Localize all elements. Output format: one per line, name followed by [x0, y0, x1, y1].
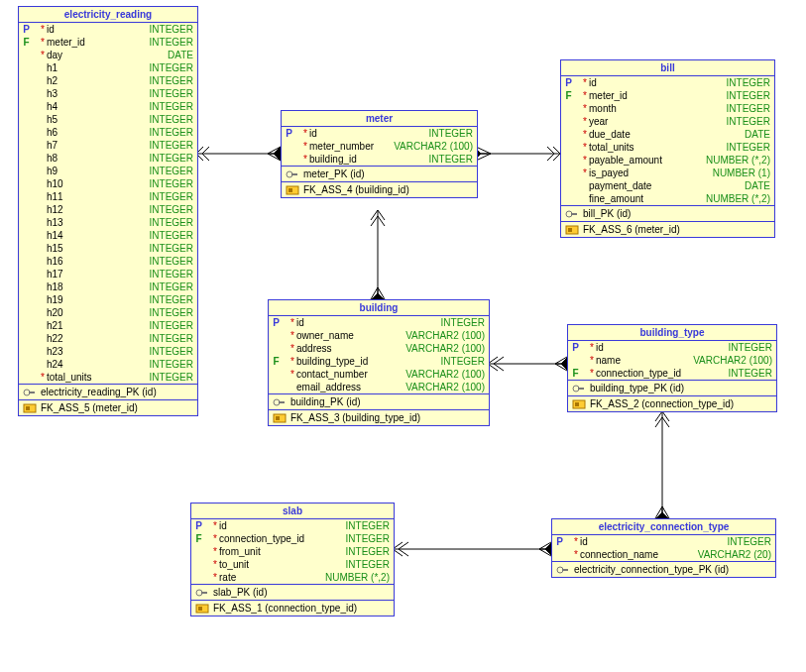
column-name: id	[219, 520, 346, 531]
column-type: INTEGER	[150, 75, 193, 86]
column-row: *from_unitINTEGER	[191, 545, 394, 558]
table-header: electricity_reading	[19, 7, 197, 23]
column-name: h2	[47, 75, 150, 86]
column-row: payment_dateDATE	[561, 179, 774, 192]
column-name: id	[296, 317, 441, 328]
column-type: INTEGER	[150, 256, 193, 267]
foreign-key-row: FK_ASS_1 (connection_type_id)	[191, 600, 394, 616]
column-type: INTEGER	[346, 559, 390, 570]
column-type: INTEGER	[150, 178, 193, 189]
column-row: h10INTEGER	[19, 177, 197, 190]
column-type: INTEGER	[727, 77, 770, 88]
column-type: NUMBER (*,2)	[706, 155, 770, 166]
column-row: h14INTEGER	[19, 229, 197, 242]
column-row: P*idINTEGER	[568, 341, 776, 354]
required-star-icon: *	[581, 103, 589, 114]
column-name: address	[296, 343, 405, 354]
foreign-key-row: FK_ASS_5 (meter_id)	[19, 399, 197, 415]
svg-rect-17	[291, 173, 297, 175]
column-type: INTEGER	[150, 359, 193, 370]
foreign-key-row: FK_ASS_2 (connection_type_id)	[568, 395, 776, 411]
column-name: owner_name	[296, 330, 405, 341]
column-type: INTEGER	[150, 333, 193, 344]
column-name: contact_number	[296, 369, 405, 380]
column-name: total_units	[47, 372, 150, 383]
column-name: h11	[47, 191, 150, 202]
column-row: h7INTEGER	[19, 139, 197, 152]
required-star-icon: *	[211, 533, 219, 544]
column-name: h3	[47, 88, 150, 99]
column-type: INTEGER	[150, 372, 193, 383]
column-name: from_unit	[219, 546, 346, 557]
svg-rect-27	[276, 416, 280, 420]
column-name: h10	[47, 178, 150, 189]
fk-label: FK_ASS_6 (meter_id)	[583, 224, 680, 235]
svg-rect-19	[288, 188, 292, 192]
column-row: *rateNUMBER (*,2)	[191, 571, 394, 584]
column-flags: F	[565, 90, 581, 101]
required-star-icon: *	[581, 77, 589, 88]
column-type: INTEGER	[729, 342, 772, 353]
column-name: connection_type_id	[596, 368, 729, 379]
column-row: h17INTEGER	[19, 268, 197, 280]
column-name: building_id	[309, 154, 429, 165]
svg-rect-35	[198, 607, 202, 611]
column-row: P*idINTEGER	[191, 519, 394, 532]
column-row: F*connection_type_idINTEGER	[191, 532, 394, 545]
column-name: id	[309, 128, 429, 139]
column-flags: F	[273, 356, 288, 367]
pk-icon	[565, 209, 579, 219]
required-star-icon: *	[301, 141, 309, 152]
column-type: INTEGER	[150, 114, 193, 125]
column-name: meter_id	[589, 90, 727, 101]
column-type: INTEGER	[150, 140, 193, 151]
column-row: *connection_nameVARCHAR2 (20)	[552, 548, 775, 561]
column-row: *nameVARCHAR2 (100)	[568, 354, 776, 367]
pk-label: slab_PK (id)	[213, 587, 267, 598]
column-row: h12INTEGER	[19, 203, 197, 216]
table-header: building_type	[568, 325, 776, 341]
svg-rect-29	[578, 388, 584, 390]
column-type: VARCHAR2 (100)	[394, 141, 473, 152]
column-type: INTEGER	[150, 320, 193, 331]
column-name: payment_date	[589, 180, 745, 191]
column-row: *total_unitsINTEGER	[19, 371, 197, 384]
column-name: h23	[47, 346, 150, 357]
pk-label: meter_PK (id)	[303, 168, 365, 179]
column-row: *yearINTEGER	[561, 115, 774, 128]
column-name: connection_type_id	[219, 533, 346, 544]
table-electricity_connection_type: electricity_connection_typeP*idINTEGER*c…	[551, 518, 776, 578]
fk-icon	[23, 403, 37, 413]
column-row: *total_unitsINTEGER	[561, 141, 774, 154]
fk-label: FK_ASS_2 (connection_type_id)	[590, 398, 734, 409]
svg-rect-33	[201, 592, 207, 594]
column-type: INTEGER	[150, 269, 193, 280]
column-row: *owner_nameVARCHAR2 (100)	[269, 329, 489, 342]
column-flags: F	[23, 37, 39, 48]
column-type: INTEGER	[728, 536, 771, 547]
table-header: building	[269, 300, 489, 316]
column-type: INTEGER	[346, 546, 390, 557]
pk-icon	[273, 397, 287, 407]
required-star-icon: *	[588, 368, 596, 379]
fk-icon	[195, 604, 209, 614]
column-type: VARCHAR2 (100)	[405, 369, 485, 380]
column-row: *monthINTEGER	[561, 102, 774, 115]
column-row: h24INTEGER	[19, 358, 197, 371]
column-type: INTEGER	[727, 103, 770, 114]
pk-label: building_PK (id)	[290, 396, 361, 407]
column-row: h4INTEGER	[19, 100, 197, 113]
primary-key-row: building_type_PK (id)	[568, 380, 776, 395]
column-row: h9INTEGER	[19, 165, 197, 177]
required-star-icon: *	[588, 342, 596, 353]
fk-icon	[286, 185, 299, 195]
fk-label: FK_ASS_4 (building_id)	[303, 184, 409, 195]
required-star-icon: *	[581, 155, 589, 166]
required-star-icon: *	[39, 37, 47, 48]
fk-label: FK_ASS_5 (meter_id)	[41, 402, 138, 413]
foreign-key-row: FK_ASS_6 (meter_id)	[561, 221, 774, 237]
table-slab: slabP*idINTEGERF*connection_type_idINTEG…	[190, 503, 395, 616]
column-name: name	[596, 355, 693, 366]
column-type: INTEGER	[346, 520, 390, 531]
column-type: INTEGER	[729, 368, 772, 379]
